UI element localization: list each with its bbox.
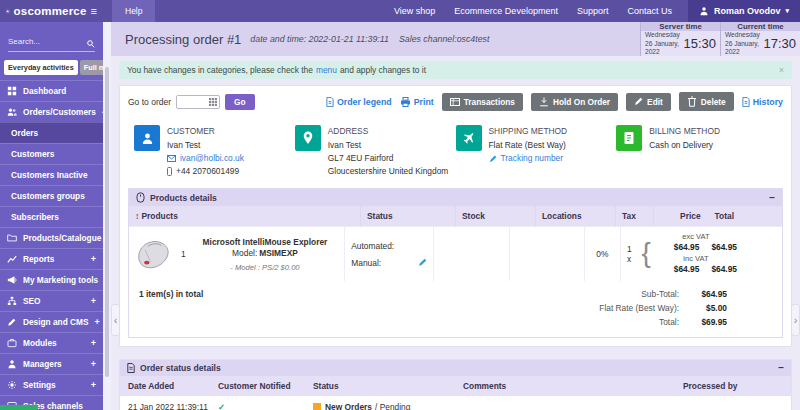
user-menu[interactable]: Roman Ovodov ▾ (688, 0, 800, 22)
search-input[interactable] (8, 37, 84, 46)
sidebar-item-modules[interactable]: Modules + (0, 332, 103, 353)
nav-support[interactable]: Support (577, 6, 609, 16)
order-legend-link[interactable]: Order legend (326, 97, 392, 107)
customer-phone: +44 2070601499 (176, 165, 239, 178)
address-card-title: ADDRESS (328, 125, 449, 138)
customer-email-link[interactable]: ivan@holbi.co.uk (180, 152, 244, 165)
status-table-header: Date Added Customer Notified Status Comm… (120, 376, 791, 396)
tab-everyday-activities[interactable]: Everyday activities (4, 60, 78, 75)
goto-order-label: Go to order (128, 97, 171, 107)
history-link[interactable]: History (742, 97, 783, 107)
folder-icon (7, 233, 17, 243)
sidebar-item-label: Products/Catalogue (23, 233, 101, 243)
expand-toggle[interactable]: + (91, 338, 96, 348)
products-details-section: Products details − ↕ Products Status Sto… (128, 188, 783, 338)
sidebar-item-marketing[interactable]: My Marketing tools + (0, 269, 103, 290)
sidebar-item-label: Settings (23, 380, 56, 390)
sidebar-item-orders-customers[interactable]: Orders/Customers − (0, 101, 103, 122)
person-icon (7, 359, 17, 369)
server-time-label: Server time (641, 22, 720, 31)
notification-menu-link[interactable]: menu (316, 65, 337, 75)
sidebar-item-label: Design and CMS (23, 317, 88, 327)
inc-vat-total: $64.95 (711, 264, 737, 274)
airplane-icon (456, 125, 482, 151)
next-order-chevron[interactable]: › (791, 304, 800, 336)
pencil-icon (489, 155, 497, 163)
expand-toggle[interactable]: + (91, 359, 96, 369)
pen-icon (7, 317, 17, 327)
sidebar-item-label: Managers (23, 359, 62, 369)
server-time-box: Server time Wednesday26 January, 2022 15… (640, 22, 720, 56)
product-name: Microsoft IntelliMouse Explorer (192, 237, 339, 247)
address-line: Gloucestershire United Kingdom (328, 165, 449, 178)
hamburger-menu-icon[interactable]: ≡ (91, 6, 97, 17)
products-table-header: ↕ Products Status Stock Locations Tax Pr… (129, 206, 782, 226)
sidebar-item-customers-inactive[interactable]: Customers Inactive (0, 164, 103, 185)
edit-status-pencil-icon[interactable] (418, 258, 427, 267)
help-tab[interactable]: Help (112, 0, 155, 22)
sidebar-item-managers[interactable]: Managers + (0, 353, 103, 374)
price-brace: { (641, 240, 650, 265)
notification-bar: You have changes in categories, please c… (119, 61, 792, 79)
server-day: Wednesday (645, 31, 681, 40)
collapse-icon[interactable]: − (778, 363, 784, 373)
col-total: Total (715, 211, 734, 221)
status-name: New Orders (325, 402, 372, 410)
invoice-icon (616, 125, 642, 151)
trash-icon (687, 96, 697, 107)
sidebar-item-products-catalogue[interactable]: Products/Catalogue + (0, 227, 103, 248)
chevron-down-icon: ▾ (785, 7, 789, 15)
sidebar-item-subscribers[interactable]: Subscribers (0, 206, 103, 227)
nav-contact-us[interactable]: Contact Us (627, 6, 672, 16)
mouse-icon (136, 192, 145, 203)
transactions-button[interactable]: Transactions (442, 93, 523, 111)
status-row: 21 Jan 2022 11:39:11 ✓ New Orders/ Pendi… (120, 396, 791, 410)
modules-icon (7, 338, 17, 348)
document-icon (326, 97, 334, 107)
shipping-card-title: SHIPPING METHOD (489, 125, 568, 138)
sidebar-item-label: Customers groups (11, 191, 85, 201)
product-image (135, 238, 175, 271)
go-button[interactable]: Go (225, 94, 255, 110)
expand-toggle[interactable]: + (91, 296, 96, 306)
sidebar-item-reports[interactable]: Reports + (0, 248, 103, 269)
close-icon[interactable]: × (779, 65, 784, 75)
customer-name: Ivan Test (167, 139, 244, 152)
sidebar-item-settings[interactable]: Settings + (0, 374, 103, 395)
sidebar-item-dashboard[interactable]: Dashboard (0, 80, 103, 101)
scrollbar-thumb[interactable] (105, 67, 109, 377)
nav-view-shop[interactable]: View shop (394, 6, 435, 16)
sort-icon[interactable]: ↕ (135, 211, 139, 221)
sidebar-item-seo[interactable]: SEO + (0, 290, 103, 311)
sidebar-item-customers-groups[interactable]: Customers groups (0, 185, 103, 206)
expand-toggle[interactable]: + (91, 380, 96, 390)
manual-label: Manual: (351, 258, 381, 268)
tracking-number-link[interactable]: Tracking number (501, 152, 564, 165)
sidebar-item-orders[interactable]: Orders (0, 122, 103, 143)
col-products[interactable]: Products (142, 211, 178, 221)
print-link[interactable]: Print (400, 97, 434, 107)
hold-on-order-button[interactable]: Hold On Order (531, 93, 618, 111)
prev-order-chevron[interactable]: ‹ (111, 304, 120, 336)
expand-toggle[interactable]: + (91, 254, 96, 264)
products-details-header: Products details − (129, 189, 782, 206)
status-date: 21 Jan 2022 11:39:11 (128, 402, 218, 410)
nav-ecommerce-development[interactable]: Ecommerce Development (454, 6, 558, 16)
logo[interactable]: oscommerce ≡ (0, 0, 103, 22)
collapse-icon[interactable]: − (769, 193, 775, 203)
total-label: Total: (659, 317, 679, 327)
top-nav: View shop Ecommerce Development Support … (394, 0, 688, 22)
page-title: Processing order #1 (125, 32, 241, 47)
expand-toggle[interactable]: + (94, 317, 99, 327)
status-pending: / Pending (375, 402, 410, 410)
delete-button[interactable]: Delete (679, 92, 734, 111)
edit-button[interactable]: Edit (626, 93, 671, 111)
sidebar-item-customers[interactable]: Customers (0, 143, 103, 164)
document-icon (127, 363, 135, 373)
sidebar-item-design-cms[interactable]: Design and CMS + (0, 311, 103, 332)
sidebar-scrollbar[interactable] (103, 22, 111, 410)
stock-cell (434, 226, 509, 281)
chart-icon (7, 254, 17, 264)
check-icon: ✓ (218, 402, 225, 410)
col-tax: Tax (616, 206, 654, 226)
